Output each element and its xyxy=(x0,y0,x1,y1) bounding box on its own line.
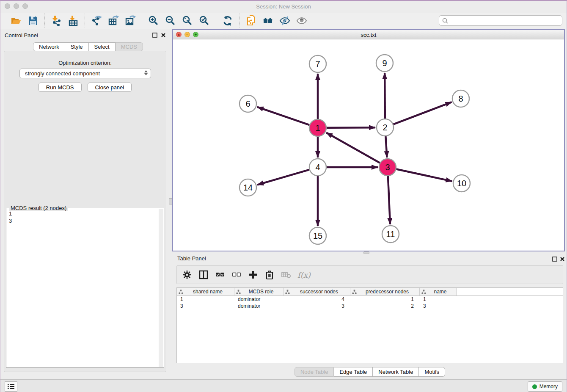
graph-edge-2-8[interactable] xyxy=(394,102,452,124)
table-cell[interactable]: 2 xyxy=(350,303,420,309)
export-image-icon[interactable] xyxy=(125,15,136,26)
table-cell[interactable]: dominator xyxy=(234,303,284,309)
mcds-result-group: MCDS result (2 nodes) 1 3 xyxy=(6,208,164,368)
mcds-result-text[interactable]: 1 3 xyxy=(7,210,158,367)
column-tree-icon xyxy=(236,290,241,294)
column-tree-icon xyxy=(285,290,290,294)
graph-node-4[interactable]: 4 xyxy=(309,159,326,176)
graph-edge-4-14[interactable] xyxy=(257,170,309,185)
mcds-panel: Optimization criterion: strongly connect… xyxy=(4,51,166,372)
table-cell[interactable]: 3 xyxy=(284,303,350,309)
split-columns-icon[interactable] xyxy=(198,270,209,280)
graph-node-2[interactable]: 2 xyxy=(377,119,394,136)
tab-style[interactable]: Style xyxy=(65,42,89,51)
graph-edge-2-9[interactable] xyxy=(385,73,385,119)
graph-node-6[interactable]: 6 xyxy=(239,95,256,112)
graph-node-8[interactable]: 8 xyxy=(452,90,469,107)
select-all-rows-icon[interactable] xyxy=(215,270,225,280)
graph-node-3[interactable]: 3 xyxy=(379,159,396,176)
table-toolbar: f(x) xyxy=(176,265,563,284)
table-row[interactable]: 3dominator323 xyxy=(177,303,563,309)
graph-node-7[interactable]: 7 xyxy=(309,55,326,72)
tab-mcds[interactable]: MCDS xyxy=(116,42,143,51)
column-header-name[interactable]: name xyxy=(420,288,457,295)
tab-network-table[interactable]: Network Table xyxy=(373,367,419,377)
graph-node-11[interactable]: 11 xyxy=(382,226,399,243)
delete-table-icon[interactable] xyxy=(281,270,291,280)
memory-button[interactable]: Memory xyxy=(528,381,562,392)
zoom-fit-icon[interactable] xyxy=(182,15,193,26)
close-panel-icon[interactable] xyxy=(559,256,565,262)
criterion-select[interactable]: strongly connected component xyxy=(19,69,151,78)
show-graphics-icon[interactable] xyxy=(296,15,307,26)
tab-network[interactable]: Network xyxy=(33,42,65,51)
zoom-out-icon[interactable] xyxy=(165,15,176,26)
node-table: shared nameMCDS rolesuccessor nodesprede… xyxy=(176,287,563,363)
table-row[interactable]: 1dominator411 xyxy=(177,296,563,303)
window-titlebar: Session: New Session xyxy=(0,1,567,12)
export-table-icon[interactable] xyxy=(108,15,119,26)
search-input[interactable] xyxy=(449,18,562,24)
graph-edge-3-11[interactable] xyxy=(388,176,390,224)
close-panel-button[interactable]: Close panel xyxy=(88,83,132,92)
tab-edge-table[interactable]: Edge Table xyxy=(334,367,373,377)
export-network-icon[interactable] xyxy=(91,15,102,26)
graph-edge-1-6[interactable] xyxy=(257,107,309,125)
graph-edge-3-10[interactable] xyxy=(396,169,452,181)
float-panel-icon[interactable] xyxy=(552,256,558,262)
table-cell[interactable]: 3 xyxy=(177,303,234,309)
svg-text:8: 8 xyxy=(458,94,463,103)
table-cell[interactable]: 4 xyxy=(284,296,350,303)
table-settings-icon[interactable] xyxy=(182,270,192,280)
graph-edge-1-2[interactable] xyxy=(327,127,375,128)
float-panel-icon[interactable] xyxy=(152,32,158,38)
table-cell[interactable]: 1 xyxy=(177,296,234,303)
duplicate-network-icon[interactable] xyxy=(245,15,256,26)
result-scrollbar[interactable] xyxy=(159,209,163,367)
zoom-in-icon[interactable] xyxy=(148,15,159,26)
graph-edge-2-3[interactable] xyxy=(385,136,387,157)
add-column-icon[interactable] xyxy=(248,270,258,280)
function-builder-icon[interactable]: f(x) xyxy=(297,271,311,279)
network-canvas[interactable]: 7968124314101511 xyxy=(173,39,564,251)
graph-node-9[interactable]: 9 xyxy=(376,55,393,72)
delete-column-icon[interactable] xyxy=(264,270,275,280)
table-cell[interactable]: 3 xyxy=(420,303,457,309)
graph-node-10[interactable]: 10 xyxy=(453,175,470,192)
hide-graphics-icon[interactable] xyxy=(279,15,290,26)
network-window: x − + scc.txt 7968124314101511 xyxy=(172,29,565,251)
show-panels-button[interactable] xyxy=(5,381,17,392)
graph-node-15[interactable]: 15 xyxy=(309,227,326,244)
control-panel-header: Control Panel xyxy=(0,30,170,41)
open-session-icon[interactable] xyxy=(11,15,22,26)
table-cell[interactable]: 1 xyxy=(350,296,420,303)
search-box[interactable] xyxy=(439,15,562,26)
tab-motifs[interactable]: Motifs xyxy=(419,367,445,377)
column-header-MCDS-role[interactable]: MCDS role xyxy=(234,288,284,295)
tab-node-table[interactable]: Node Table xyxy=(295,367,334,377)
svg-text:1: 1 xyxy=(315,123,320,133)
svg-text:3: 3 xyxy=(385,163,390,172)
table-cell[interactable]: dominator xyxy=(234,296,284,303)
import-network-icon[interactable] xyxy=(51,15,62,26)
svg-text:14: 14 xyxy=(243,183,253,192)
import-table-icon[interactable] xyxy=(68,15,79,26)
column-header-successor-nodes[interactable]: successor nodes xyxy=(284,288,350,295)
graph-node-1[interactable]: 1 xyxy=(309,119,326,136)
close-panel-icon[interactable] xyxy=(160,32,166,38)
table-cell[interactable]: 1 xyxy=(420,296,457,303)
home-icon[interactable] xyxy=(262,15,273,26)
tab-select[interactable]: Select xyxy=(89,42,116,51)
network-window-titlebar[interactable]: x − + scc.txt xyxy=(173,30,564,39)
zoom-selected-icon[interactable] xyxy=(199,15,210,26)
column-header-predecessor-nodes[interactable]: predecessor nodes xyxy=(350,288,420,295)
refresh-icon[interactable] xyxy=(222,15,233,26)
column-tree-icon xyxy=(352,290,357,294)
svg-text:11: 11 xyxy=(386,229,395,239)
deselect-all-rows-icon[interactable] xyxy=(231,270,242,280)
graph-edge-3-1[interactable] xyxy=(326,133,380,163)
graph-node-14[interactable]: 14 xyxy=(239,179,256,196)
run-mcds-button[interactable]: Run MCDS xyxy=(39,83,82,92)
column-header-shared-name[interactable]: shared name xyxy=(177,288,234,295)
save-session-icon[interactable] xyxy=(28,15,39,26)
